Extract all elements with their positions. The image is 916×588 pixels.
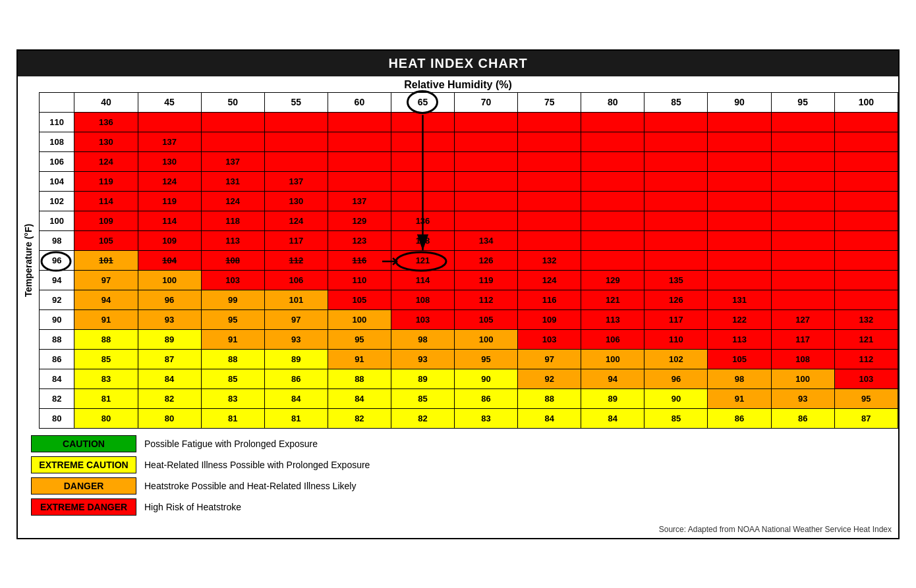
table-row: 868587888991939597100102105108112 [40, 349, 898, 369]
heat-index-cell: 80 [74, 408, 138, 428]
heat-index-cell: 99 [201, 290, 264, 309]
heat-index-cell: 88 [74, 329, 138, 349]
corner-header [40, 92, 74, 112]
heat-index-cell [644, 191, 708, 211]
heat-index-cell [771, 191, 834, 211]
heat-index-cell: 117 [771, 329, 834, 349]
heat-index-cell: 135 [644, 270, 708, 290]
heat-index-cell: 105 [74, 230, 138, 250]
humidity-col-90: 90 [708, 92, 771, 112]
legend-extreme-caution-text: Heat-Related Illness Possible with Prolo… [144, 460, 370, 470]
heat-index-cell [644, 132, 708, 151]
heat-index-cell [518, 211, 581, 230]
heat-index-cell: 130 [74, 132, 138, 151]
heat-index-cell: 81 [264, 408, 328, 428]
heat-index-cell: 121 [581, 290, 644, 309]
heat-index-cell [518, 151, 581, 171]
heat-index-cell: 90 [455, 369, 518, 388]
heat-index-cell: 85 [74, 349, 138, 369]
legend-extreme-danger: EXTREME DANGER High Risk of Heatstroke [31, 498, 885, 516]
temp-header-110: 110 [40, 112, 74, 132]
heat-index-cell: 104 [138, 250, 201, 270]
temp-header-98: 98 [40, 230, 74, 250]
temp-axis-label: Temperature (°F) [18, 92, 39, 429]
heat-index-cell [391, 112, 454, 132]
heat-index-cell: 103 [201, 270, 264, 290]
heat-index-cell [581, 112, 644, 132]
heat-index-cell [771, 290, 834, 309]
heat-index-cell: 103 [391, 309, 454, 329]
humidity-label: Relative Humidity (%) [18, 76, 898, 92]
heat-index-cell: 88 [518, 388, 581, 408]
table-row: 8281828384848586888990919395 [40, 388, 898, 408]
heat-index-cell: 119 [138, 191, 201, 211]
heat-index-cell [771, 250, 834, 270]
heat-index-cell: 126 [455, 250, 518, 270]
heat-index-cell: 124 [138, 171, 201, 191]
svg-point-1 [396, 252, 446, 271]
table-row: 104119124131137 [40, 171, 898, 191]
heat-index-cell: 83 [455, 408, 518, 428]
temp-header-106: 106 [40, 151, 74, 171]
temp-header-86: 86 [40, 349, 74, 369]
heat-index-cell: 114 [74, 191, 138, 211]
heat-index-cell: 108 [771, 349, 834, 369]
heat-index-cell [771, 112, 834, 132]
table-row: 9497100103106110114119124129135 [40, 270, 898, 290]
temp-header-80: 80 [40, 408, 74, 428]
heat-index-body: 1101361081301371061241301371041191241311… [40, 112, 898, 428]
humidity-col-55: 55 [264, 92, 328, 112]
heat-index-cell: 109 [74, 211, 138, 230]
heat-index-cell: 100 [328, 309, 391, 329]
heat-index-cell: 110 [328, 270, 391, 290]
heat-index-cell: 93 [138, 309, 201, 329]
heat-index-cell: 106 [264, 270, 328, 290]
heat-index-cell [581, 250, 644, 270]
heat-index-cell: 110 [644, 329, 708, 349]
heat-index-cell: 93 [391, 349, 454, 369]
heat-index-cell [834, 290, 898, 309]
heat-index-cell: 81 [201, 408, 264, 428]
heat-index-cell: 95 [834, 388, 898, 408]
heat-index-cell [708, 211, 771, 230]
heat-index-cell: 89 [581, 388, 644, 408]
heat-index-cell [391, 171, 454, 191]
heat-index-cell: 127 [771, 309, 834, 329]
table-row: 100109114118124129136 [40, 211, 898, 230]
heat-index-cell: 82 [391, 408, 454, 428]
heat-index-cell: 96 [138, 290, 201, 309]
heat-index-cell: 85 [644, 408, 708, 428]
temp-header-108: 108 [40, 132, 74, 151]
heat-index-cell: 85 [391, 388, 454, 408]
heat-index-cell: 103 [834, 369, 898, 388]
heat-index-cell [264, 112, 328, 132]
table-row: 106124130137 [40, 151, 898, 171]
heat-index-cell: 101 [74, 250, 138, 270]
heat-index-cell [708, 132, 771, 151]
heat-index-cell: 98 [391, 329, 454, 349]
heat-index-cell [581, 191, 644, 211]
heat-index-cell: 114 [391, 270, 454, 290]
heat-index-cell [328, 171, 391, 191]
legend-section: CAUTION Possible Fatigue with Prolonged … [18, 429, 898, 522]
heat-index-cell: 91 [74, 309, 138, 329]
temp-header-94: 94 [40, 270, 74, 290]
heat-index-cell [771, 171, 834, 191]
heat-index-cell: 98 [708, 369, 771, 388]
heat-index-cell [581, 230, 644, 250]
temp-header-90: 90 [40, 309, 74, 329]
heat-index-cell [834, 151, 898, 171]
heat-index-cell [834, 112, 898, 132]
heat-index-cell [455, 211, 518, 230]
legend-danger-box: DANGER [31, 477, 136, 494]
heat-index-cell: 100 [581, 349, 644, 369]
heat-index-cell [455, 151, 518, 171]
heat-index-cell: 105 [708, 349, 771, 369]
temp-header-84: 84 [40, 369, 74, 388]
heat-index-cell: 84 [138, 369, 201, 388]
heat-index-cell: 100 [771, 369, 834, 388]
heat-index-cell: 86 [708, 408, 771, 428]
heat-index-cell: 129 [581, 270, 644, 290]
heat-index-cell: 109 [518, 309, 581, 329]
heat-index-cell: 83 [74, 369, 138, 388]
